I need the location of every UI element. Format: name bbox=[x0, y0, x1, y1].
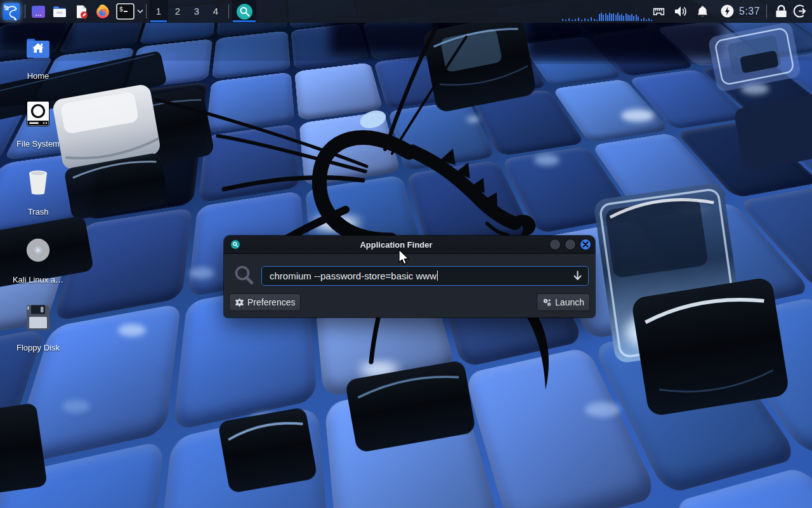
svg-text:$: $ bbox=[119, 6, 123, 13]
